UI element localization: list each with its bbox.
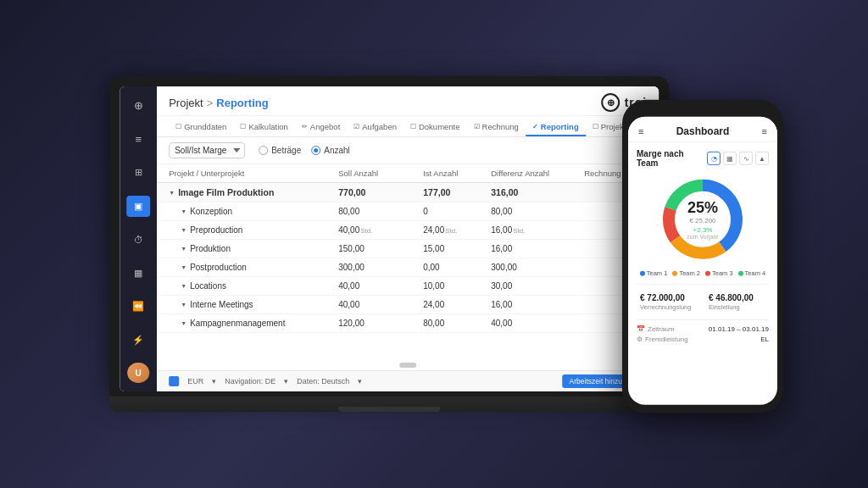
detail-row-zeitraum: 📅 Zeitraum 01.01.19 – 03.01.19 [637,325,769,333]
laptop-screen-outer: ⊕ ≡ ⊞ ▣ ⏱ ▦ ⏪ ⚡ U [109,76,669,396]
legend-item-team3: Team 3 [705,269,733,277]
table-header: Projekt / Unterprojekt Soll Anzahl Ist A… [157,164,659,183]
tab-dokumente[interactable]: ☐ Dokumente [403,119,467,136]
breadcrumb: Projekt > Reporting [169,97,268,109]
breadcrumb-project: Projekt [169,97,203,109]
detail-row-fremd: ⚙ Fremdleistung EL [637,336,769,343]
section-title: Marge nach Team ◔ ▦ ∿ ▲ [637,149,769,168]
chevron-icon[interactable]: ▼ [181,320,186,326]
row-name: Produktion [190,244,231,253]
chevron-icon[interactable]: ▼ [181,227,186,233]
angebot-icon: ✏ [302,123,308,130]
tab-kalkulation[interactable]: ☐ Kalkulation [233,119,294,136]
phone-options-icon[interactable]: ≡ [762,126,767,136]
phone-screen: ≡ Dashboard ≡ Marge nach Team ◔ ▦ ∿ ▲ [628,117,777,405]
tab-reporting[interactable]: ✓ Reporting [526,119,586,136]
sidebar-icon-chart[interactable]: ▦ [126,263,150,285]
chart-btn-donut[interactable]: ◔ [707,152,721,165]
row-name: Konzeption [190,207,232,216]
phone-details: 📅 Zeitraum 01.01.19 – 03.01.19 ⚙ Fremdle… [637,319,769,343]
legend-dot-team2 [672,270,677,275]
row-diff: 30,00 [491,281,584,291]
radio-betraege[interactable]: Beträge [259,146,301,155]
donut-amount: € 25.200 [687,217,718,225]
row-label: ▼ Postproduction [169,263,338,272]
phone-content: Marge nach Team ◔ ▦ ∿ ▲ [628,142,777,352]
stat-label-2: Einstellung [709,303,765,311]
donut-delta: +2,3% [687,226,718,234]
reporting-icon: ✓ [532,123,538,130]
stat-item-1: € 72.000,00 Verrechnungslung [637,290,700,314]
breadcrumb-separator: > [207,97,214,109]
donut-percent: 25% [687,199,718,217]
row-name: Kampagnenmanagement [190,319,285,328]
footer-separator: ▾ [212,377,216,385]
filter-select[interactable]: Soll/Ist Marge [169,142,245,158]
phone-outer: ≡ Dashboard ≡ Marge nach Team ◔ ▦ ∿ ▲ [622,100,783,413]
sidebar-icon-plus[interactable]: ⊕ [126,95,150,117]
tab-kalkulation-label: Kalkulation [248,122,287,131]
section-title-text: Marge nach Team [637,149,707,168]
tab-rechnung-label: Rechnung [482,122,519,131]
breadcrumb-current: Reporting [216,97,268,109]
phone-header: ≡ Dashboard ≡ [628,117,777,142]
legend-dot-team3 [705,270,710,275]
row-diff: 40,00 [491,319,584,328]
row-soll: 300,00 [338,263,423,272]
donut-container: 25% € 25.200 +2,3% zum Vorjahr Team 1 [637,173,769,277]
scrollbar-thumb[interactable] [399,363,416,368]
sidebar-icon-menu[interactable]: ≡ [126,129,150,151]
footer-sep3: ▾ [358,377,362,385]
scene: ⊕ ≡ ⊞ ▣ ⏱ ▦ ⏪ ⚡ U [0,0,868,488]
chevron-icon[interactable]: ▼ [181,246,186,252]
chevron-icon[interactable]: ▼ [181,302,186,308]
row-ist: 80,00 [423,319,491,328]
chart-btn-line[interactable]: ∿ [739,152,753,165]
row-label: ▼ Produktion [169,244,338,253]
col-ist: Ist Anzahl [423,169,491,178]
tab-aufgaben[interactable]: ☑ Aufgaben [347,119,403,136]
chevron-icon[interactable]: ▼ [169,190,175,196]
row-ist: 0,00 [423,263,491,272]
tab-grunddaten-label: Grunddaten [184,122,226,131]
app-container: ⊕ ≡ ⊞ ▣ ⏱ ▦ ⏪ ⚡ U [120,86,659,391]
col-soll: Soll Anzahl [338,169,423,178]
chevron-icon[interactable]: ▼ [181,208,186,214]
sidebar-icon-flash[interactable]: ⚡ [126,330,150,352]
donut-chart: 25% € 25.200 +2,3% zum Vorjahr [656,173,749,266]
row-label: ▼ Kampagnenmanagement [169,319,338,328]
sidebar-icon-grid[interactable]: ⊞ [126,162,150,184]
radio-anzahl[interactable]: Anzahl [311,146,350,155]
row-name: Image Film Produktion [178,187,274,197]
chart-btn-area[interactable]: ▲ [755,152,769,165]
sidebar-icon-document[interactable]: ▣ [126,196,150,218]
radio-anzahl-dot [311,146,320,155]
phone-menu-icon[interactable]: ≡ [638,126,643,136]
phone-title: Dashboard [676,125,730,137]
detail-label-fremd: ⚙ Fremdleistung [637,336,688,343]
sidebar-icon-clock[interactable]: ⏱ [126,229,150,251]
nav-tabs: ☐ Grunddaten ☐ Kalkulation ✏ Angebot [157,116,659,137]
legend-label-team3: Team 3 [712,269,733,277]
donut-subtext: zum Vorjahr [687,234,718,240]
header: Projekt > Reporting ⊕ troi [157,86,659,116]
stat-value-1: € 72.000,00 [640,293,697,302]
row-ist: 24,00 [423,300,491,309]
tab-grunddaten[interactable]: ☐ Grunddaten [169,119,233,136]
row-label: ▼ Konzeption [169,207,338,216]
detail-value-zeitraum: 01.01.19 – 03.01.19 [709,325,769,333]
sidebar: ⊕ ≡ ⊞ ▣ ⏱ ▦ ⏪ ⚡ U [120,86,157,391]
sidebar-icon-history[interactable]: ⏪ [126,296,150,318]
table-row: ▼ Locations 40,00 10,00 30,00 [157,277,659,296]
table-row: ▼ Konzeption 80,00 0 80,00 [157,202,659,221]
row-name: Preproduction [190,225,242,235]
row-soll: 40,00 [338,300,423,309]
tab-angebot[interactable]: ✏ Angebot [295,119,347,136]
laptop-base [109,396,669,412]
avatar[interactable]: U [127,363,149,383]
chevron-icon[interactable]: ▼ [181,283,186,289]
chart-btn-bar[interactable]: ▦ [723,152,737,165]
chevron-icon[interactable]: ▼ [181,264,186,270]
row-soll: 770,00 [338,187,423,197]
tab-rechnung[interactable]: ☑ Rechnung [467,119,526,136]
